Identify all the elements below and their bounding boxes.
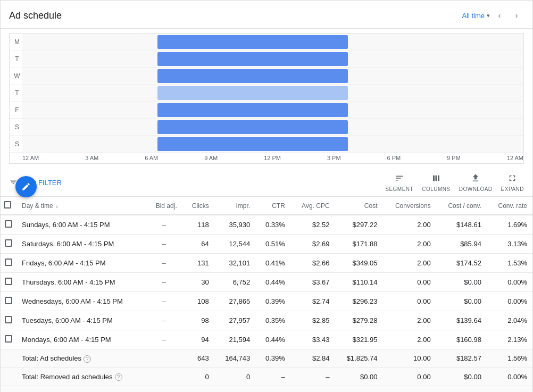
cell-bid_adj: – <box>145 235 182 254</box>
page-header: Ad schedule All time ▾ ‹ › <box>1 1 532 29</box>
cell-day_time: Fridays, 6:00 AM - 4:15 PM <box>16 254 145 273</box>
table-row: Wednesdays, 6:00 AM - 4:15 PM–10827,8650… <box>1 292 532 311</box>
cell-clicks: 30 <box>182 273 214 292</box>
chart-bar-area[interactable] <box>22 34 523 50</box>
cell-clicks: 118 <box>182 215 214 235</box>
cell-conv_rate: 1.53% <box>487 254 532 273</box>
total-cell-impr: 164,743 <box>214 349 255 368</box>
column-header-bid_adj: Bid adj. <box>145 197 182 215</box>
time-axis-label: 12 AM <box>507 155 523 161</box>
total-cell-cost_per_conv: $182.57 <box>436 349 487 368</box>
total-cell-ctr: 0.39% <box>255 349 290 368</box>
cell-avg_cpc: $2.74 <box>290 292 335 311</box>
cell-impr: 6,752 <box>214 273 255 292</box>
cell-clicks: 131 <box>182 254 214 273</box>
cell-conversions: 0.00 <box>382 292 436 311</box>
row-checkbox[interactable] <box>5 220 12 228</box>
row-checkbox[interactable] <box>5 258 12 266</box>
download-label: DOWNLOAD <box>459 186 493 192</box>
chart-day-row: T <box>10 85 523 102</box>
help-icon[interactable]: ? <box>115 373 122 381</box>
chart-bar-area[interactable] <box>22 119 523 135</box>
total-cell-clicks: 643 <box>182 349 214 368</box>
cell-clicks: 64 <box>182 235 214 254</box>
cell-avg_cpc: $2.66 <box>290 254 335 273</box>
row-checkbox[interactable] <box>5 297 12 304</box>
segment-button[interactable]: SEGMENT <box>385 173 413 192</box>
chart-bar-area[interactable] <box>22 102 523 118</box>
time-axis-label: 12 PM <box>264 155 281 161</box>
next-period-button[interactable]: › <box>509 8 524 23</box>
cell-conv_rate: 0.00% <box>487 273 532 292</box>
cell-bid_adj: – <box>145 330 182 349</box>
columns-icon <box>431 173 441 185</box>
download-button[interactable]: DOWNLOAD <box>459 173 493 192</box>
cell-conversions: 2.00 <box>382 215 436 235</box>
row-checkbox-cell <box>1 330 16 349</box>
row-checkbox[interactable] <box>5 278 12 285</box>
chart-bar-area[interactable] <box>22 136 523 152</box>
page-title: Ad schedule <box>9 10 62 21</box>
cell-impr: 21,594 <box>214 330 255 349</box>
cell-cost_per_conv: $160.98 <box>436 330 487 349</box>
time-axis-label: 6 PM <box>387 155 401 161</box>
row-checkbox-cell <box>1 311 16 330</box>
total-cell-impr: 0 <box>214 368 255 386</box>
time-axis-label: 9 PM <box>447 155 461 161</box>
column-header-clicks: Clicks <box>182 197 214 215</box>
chart-bar-area[interactable] <box>22 85 523 101</box>
chart-day-label: F <box>10 106 22 114</box>
filter-bar: ADD FILTER SEGMENT COLUMNS <box>1 169 532 197</box>
total-cell-cost_per_conv: $182.57 <box>436 386 487 392</box>
row-checkbox[interactable] <box>5 239 12 247</box>
total-label: Total: Campaign? <box>16 386 145 392</box>
column-header-avg_cpc: Avg. CPC <box>290 197 335 215</box>
cell-day_time: Saturdays, 6:00 AM - 4:15 PM <box>16 235 145 254</box>
chart-bar-area[interactable] <box>22 51 523 67</box>
select-all-checkbox[interactable] <box>4 201 11 208</box>
cell-bid_adj: – <box>145 273 182 292</box>
total-cell-ctr: – <box>255 368 290 386</box>
cell-ctr: 0.33% <box>255 215 290 235</box>
column-header-cost_per_conv: Cost / conv. <box>436 197 487 215</box>
chart-bar-segment <box>157 35 348 49</box>
column-header-day_time[interactable]: Day & time ↓ <box>16 197 145 215</box>
sort-icon: ↓ <box>54 203 59 209</box>
chart-day-row: S <box>10 119 523 136</box>
row-checkbox-cell <box>1 273 16 292</box>
row-checkbox[interactable] <box>5 316 12 323</box>
table-row: Mondays, 6:00 AM - 4:15 PM–9421,5940.44%… <box>1 330 532 349</box>
download-icon <box>471 173 480 185</box>
time-axis-label: 3 PM <box>327 155 341 161</box>
columns-button[interactable]: COLUMNS <box>422 173 451 192</box>
header-controls: All time ▾ ‹ › <box>462 8 524 23</box>
cell-impr: 32,101 <box>214 254 255 273</box>
time-filter-dropdown[interactable]: All time ▾ <box>462 12 490 20</box>
cell-bid_adj: – <box>145 292 182 311</box>
table-row: Saturdays, 6:00 AM - 4:15 PM–6412,5440.5… <box>1 235 532 254</box>
total-cell-avg_cpc: – <box>290 368 335 386</box>
cell-cost_per_conv: $174.52 <box>436 254 487 273</box>
table-row: Fridays, 6:00 AM - 4:15 PM–13132,1010.41… <box>1 254 532 273</box>
cell-clicks: 98 <box>182 311 214 330</box>
cell-avg_cpc: $2.52 <box>290 215 335 235</box>
cell-impr: 35,930 <box>214 215 255 235</box>
edit-button[interactable] <box>15 176 37 197</box>
cell-cost: $297.22 <box>335 215 383 235</box>
time-axis-label: 3 AM <box>85 155 98 161</box>
cell-cost_per_conv: $148.61 <box>436 215 487 235</box>
chart-bar-area[interactable] <box>22 68 523 84</box>
row-checkbox[interactable] <box>5 335 12 343</box>
help-icon[interactable]: ? <box>84 355 91 363</box>
cell-cost: $279.28 <box>335 311 383 330</box>
data-table: Day & time ↓Bid adj.ClicksImpr.CTRAvg. C… <box>1 197 532 392</box>
chart-bar-segment <box>157 103 348 117</box>
cell-day_time: Sundays, 6:00 AM - 4:15 PM <box>16 215 145 235</box>
chart-day-label: S <box>10 140 22 148</box>
total-checkbox-cell <box>1 349 16 368</box>
total-cell-cost: $1,825.74 <box>335 386 383 392</box>
expand-button[interactable]: EXPAND <box>501 173 524 192</box>
row-checkbox-cell <box>1 292 16 311</box>
cell-conv_rate: 2.13% <box>487 330 532 349</box>
prev-period-button[interactable]: ‹ <box>492 8 507 23</box>
